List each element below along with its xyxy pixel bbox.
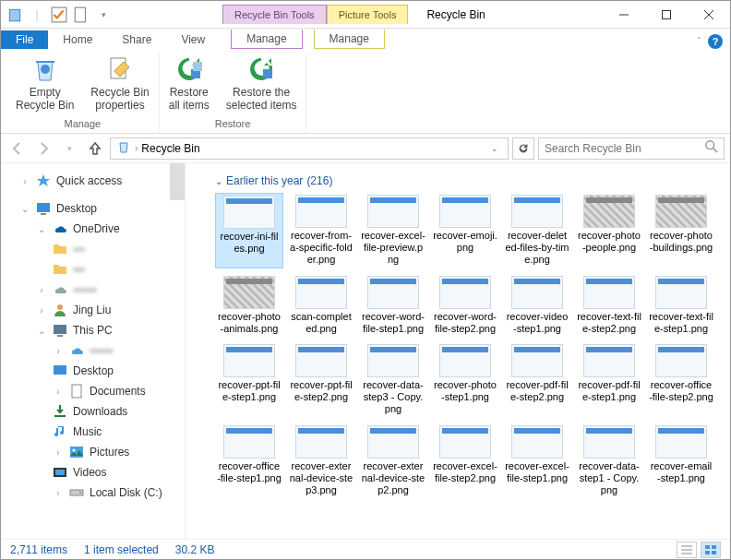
nav-local-disk[interactable]: ›Local Disk (C:) (1, 483, 185, 503)
search-input[interactable] (539, 142, 700, 155)
file-item[interactable]: recover-excel-file-step2.png (431, 423, 499, 499)
tab-file[interactable]: File (1, 30, 48, 49)
file-item[interactable]: recover-ppt-file-step1.png (215, 342, 283, 418)
nav-onedrive-personal[interactable]: ›▪▪▪▪▪▪ (1, 280, 185, 300)
nav-onedrive[interactable]: ⌄OneDrive (1, 219, 185, 239)
chevron-right-icon[interactable]: › (19, 176, 30, 186)
collapse-ribbon-icon[interactable]: ˆ (698, 37, 701, 47)
tab-share[interactable]: Share (107, 30, 166, 49)
group-header[interactable]: ⌄ Earlier this year (216) (215, 169, 721, 193)
file-item[interactable]: recover-pdf-file-step1.png (575, 342, 643, 418)
nav-this-pc[interactable]: ⌄This PC (1, 320, 185, 340)
file-label: recover-office-file-step1.png (217, 460, 282, 484)
file-thumbnail (511, 344, 563, 377)
refresh-button[interactable] (512, 137, 534, 160)
details-view-button[interactable] (677, 542, 697, 558)
nav-onedrive-folder-2[interactable]: ▪▪▪ (1, 259, 185, 280)
file-item[interactable]: recover-from-a-specific-folder.png (287, 193, 355, 268)
tab-manage-recycle[interactable]: Manage (231, 30, 302, 49)
file-item[interactable]: recover-word-file-step1.png (359, 274, 427, 337)
file-item[interactable]: recover-photo-buildings.png (647, 193, 715, 268)
address-bar[interactable]: › Recycle Bin ⌄ (110, 137, 509, 160)
search-icon[interactable] (700, 140, 724, 156)
maximize-button[interactable] (645, 1, 688, 29)
nav-user-folder[interactable]: ›Jing Liu (1, 300, 185, 320)
file-item[interactable]: recover-excel-file-preview.png (359, 193, 427, 268)
recycle-bin-properties-button[interactable]: Recycle Bin properties (87, 53, 152, 114)
nav-desktop-2[interactable]: Desktop (1, 361, 185, 381)
nav-quick-access[interactable]: ›Quick access (1, 171, 185, 191)
nav-pictures[interactable]: ›Pictures (1, 442, 185, 462)
qat-separator: | (29, 6, 45, 23)
checkbox-qat-icon[interactable] (51, 6, 67, 23)
qat-dropdown-icon[interactable]: ▾ (95, 6, 112, 23)
search-box[interactable] (538, 137, 725, 160)
nav-videos[interactable]: Videos (1, 462, 185, 483)
file-label: recover-photo-buildings.png (649, 230, 713, 254)
file-list-pane[interactable]: ⌄ Earlier this year (216) recover-ini-fi… (186, 163, 730, 539)
empty-recycle-bin-label: Empty Recycle Bin (16, 86, 74, 113)
nav-onedrive-folder-1[interactable]: ▪▪▪ (1, 239, 185, 259)
file-item[interactable]: recover-ppt-file-step2.png (287, 342, 355, 418)
file-item[interactable]: recover-text-file-step2.png (575, 274, 643, 337)
restore-all-button[interactable]: Restore all items (165, 53, 213, 114)
file-item[interactable]: recover-email-step1.png (647, 423, 715, 499)
folder-icon (53, 262, 67, 277)
chevron-down-icon[interactable]: ⌄ (36, 326, 47, 336)
up-button[interactable] (84, 137, 106, 160)
svg-rect-4 (663, 10, 671, 18)
chevron-down-icon[interactable]: ⌄ (19, 204, 30, 214)
file-item[interactable]: recover-office-file-step2.png (647, 342, 715, 418)
file-item[interactable]: recover-word-file-step2.png (431, 274, 499, 337)
file-item[interactable]: recover-data-step3 - Copy.png (359, 342, 427, 418)
help-icon[interactable]: ? (708, 34, 723, 49)
close-button[interactable] (688, 1, 730, 29)
file-thumbnail (439, 276, 491, 309)
back-button[interactable] (6, 137, 29, 160)
file-item[interactable]: recover-photo-people.png (575, 193, 643, 268)
nav-documents[interactable]: ›Documents (1, 381, 185, 401)
file-item[interactable]: recover-external-device-step3.png (287, 423, 355, 499)
empty-recycle-bin-button[interactable]: Empty Recycle Bin (12, 53, 78, 114)
breadcrumb-location[interactable]: Recycle Bin (138, 142, 203, 155)
file-item[interactable]: recover-ini-files.png (215, 193, 283, 268)
file-label: recover-external-device-step3.png (289, 460, 354, 497)
address-bar-row: ▾ › Recycle Bin ⌄ (1, 134, 730, 163)
forward-button[interactable] (32, 137, 54, 160)
documents-icon (69, 384, 84, 399)
file-item[interactable]: recover-photo-step1.png (431, 342, 499, 418)
recent-locations-button[interactable]: ▾ (58, 137, 80, 160)
nav-desktop[interactable]: ⌄Desktop (1, 198, 185, 219)
tab-home[interactable]: Home (48, 30, 107, 49)
file-item[interactable]: recover-pdf-file-step2.png (503, 342, 571, 418)
minimize-button[interactable] (603, 1, 645, 29)
file-item[interactable]: recover-deleted-files-by-time.png (503, 193, 571, 268)
file-label: recover-photo-people.png (577, 230, 641, 254)
nav-downloads[interactable]: Downloads (1, 401, 185, 422)
nav-music[interactable]: Music (1, 422, 185, 442)
file-item[interactable]: recover-video-step1.png (503, 274, 571, 337)
context-tab-recycle[interactable]: Recycle Bin Tools (222, 5, 327, 24)
restore-selected-button[interactable]: Restore the selected items (222, 53, 301, 114)
drive-icon (69, 485, 84, 500)
file-item[interactable]: recover-external-device-step2.png (359, 423, 427, 499)
address-dropdown-icon[interactable]: ⌄ (484, 137, 506, 160)
context-tab-picture[interactable]: Picture Tools (327, 5, 409, 24)
ribbon: Empty Recycle Bin Recycle Bin properties… (1, 49, 730, 134)
file-item[interactable]: recover-emoji.png (431, 193, 499, 268)
file-thumbnail (223, 344, 275, 377)
file-item[interactable]: recover-office-file-step1.png (215, 423, 283, 499)
file-item[interactable]: recover-excel-file-step1.png (503, 423, 571, 499)
nav-cloud-drive[interactable]: ›▪▪▪▪▪▪ (1, 340, 185, 361)
svg-rect-14 (37, 203, 50, 212)
file-item[interactable]: recover-text-file-step1.png (647, 274, 715, 337)
file-item[interactable]: recover-data-step1 - Copy.png (575, 423, 643, 499)
thumbnails-view-button[interactable] (701, 542, 721, 558)
properties-qat-icon[interactable] (73, 6, 90, 23)
chevron-down-icon[interactable]: ⌄ (36, 224, 47, 234)
file-item[interactable]: scan-completed.png (287, 274, 355, 337)
chevron-down-icon[interactable]: ⌄ (215, 176, 222, 186)
tab-manage-picture[interactable]: Manage (314, 30, 385, 49)
tab-view[interactable]: View (166, 30, 220, 49)
file-item[interactable]: recover-photo-animals.png (215, 274, 283, 337)
